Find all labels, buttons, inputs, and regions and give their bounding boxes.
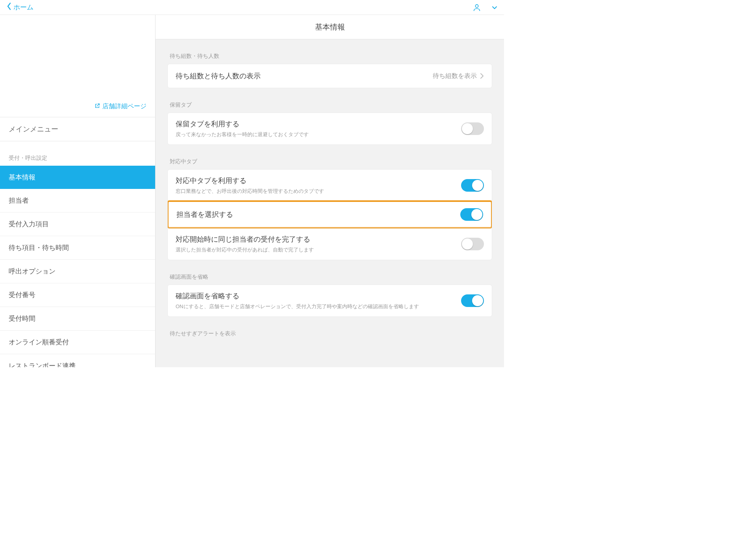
sidebar-item-wait-items[interactable]: 待ち項目・待ち時間 <box>0 236 155 260</box>
row-skip-confirm: 確認画面を省略する ONにすると、店舗モードと店舗オペレーションで、受付入力完了… <box>168 285 492 316</box>
sidebar-group-label: 受付・呼出設定 <box>0 141 155 166</box>
row-title: 待ち組数と待ち人数の表示 <box>176 71 433 81</box>
sidebar-item-label: 呼出オプション <box>9 268 56 275</box>
sidebar-item-label: 受付入力項目 <box>9 220 49 228</box>
row-waiting-display[interactable]: 待ち組数と待ち人数の表示 待ち組数を表示 <box>168 64 492 88</box>
sidebar-main-menu-label: メインメニュー <box>9 125 58 133</box>
section-label-overdue-alert: 待たせすぎアラートを表示 <box>167 317 492 341</box>
toggle-auto-complete[interactable] <box>461 238 484 250</box>
store-link-row: 店舗詳細ページ <box>0 15 155 117</box>
row-use-hold-tab: 保留タブを利用する 戻って来なかったお客様を一時的に退避しておくタブです <box>168 113 492 144</box>
sidebar-item-label: 基本情報 <box>9 174 35 181</box>
svg-point-0 <box>475 4 478 7</box>
row-sub: 戻って来なかったお客様を一時的に退避しておくタブです <box>176 131 461 138</box>
sidebar-item-reception-fields[interactable]: 受付入力項目 <box>0 213 155 236</box>
row-sub: ONにすると、店舗モードと店舗オペレーションで、受付入力完了時や案内時などの確認… <box>176 303 461 310</box>
section-label-skip-confirm: 確認画面を省略 <box>167 260 492 285</box>
chevron-right-icon <box>480 73 484 79</box>
toggle-use-serving-tab[interactable] <box>461 179 484 192</box>
row-title: 対応中タブを利用する <box>176 176 461 185</box>
sidebar: 店舗詳細ページ メインメニュー 受付・呼出設定 基本情報 担当者 受付入力項目 … <box>0 15 156 367</box>
sidebar-item-call-options[interactable]: 呼出オプション <box>0 260 155 283</box>
sidebar-item-online-queue[interactable]: オンライン順番受付 <box>0 331 155 354</box>
sidebar-item-reception-hours[interactable]: 受付時間 <box>0 307 155 331</box>
section-label-waiting: 待ち組数・待ち人数 <box>167 39 492 64</box>
row-title: 担当者を選択する <box>176 210 460 219</box>
main: 基本情報 待ち組数・待ち人数 待ち組数と待ち人数の表示 待ち組数を表示 保留タブ <box>156 15 504 367</box>
highlight-select-staff: 担当者を選択する <box>167 200 492 229</box>
row-select-staff: 担当者を選択する <box>169 202 491 227</box>
row-title: 確認画面を省略する <box>176 291 461 301</box>
sidebar-item-label: 待ち項目・待ち時間 <box>9 244 69 251</box>
sidebar-item-label: オンライン順番受付 <box>9 338 69 346</box>
sidebar-main-menu[interactable]: メインメニュー <box>0 117 155 141</box>
sidebar-item-label: 受付時間 <box>9 315 35 322</box>
toggle-skip-confirm[interactable] <box>461 294 484 307</box>
card-serving: 対応中タブを利用する 窓口業務などで、お呼出後の対応時間を管理するためのタブです… <box>167 169 492 260</box>
toggle-select-staff[interactable] <box>460 208 483 221</box>
chevron-left-icon <box>6 2 12 12</box>
row-value: 待ち組数を表示 <box>433 72 477 80</box>
row-title: 保留タブを利用する <box>176 119 461 129</box>
toggle-use-hold-tab[interactable] <box>461 122 484 135</box>
sidebar-item-staff[interactable]: 担当者 <box>0 189 155 213</box>
top-bar: ホーム <box>0 0 504 15</box>
sidebar-item-basic-info[interactable]: 基本情報 <box>0 166 155 189</box>
sidebar-item-label: レストランボード連携 <box>9 362 76 367</box>
card-skip-confirm: 確認画面を省略する ONにすると、店舗モードと店舗オペレーションで、受付入力完了… <box>167 285 492 317</box>
sidebar-item-reception-number[interactable]: 受付番号 <box>0 283 155 307</box>
card-hold: 保留タブを利用する 戻って来なかったお客様を一時的に退避しておくタブです <box>167 113 492 145</box>
page-title-row: 基本情報 <box>156 15 504 39</box>
page-title: 基本情報 <box>315 22 345 32</box>
store-detail-link-label: 店舗詳細ページ <box>102 102 146 111</box>
row-title: 対応開始時に同じ担当者の受付を完了する <box>176 235 461 244</box>
row-use-serving-tab: 対応中タブを利用する 窓口業務などで、お呼出後の対応時間を管理するためのタブです <box>168 170 492 201</box>
section-label-serving: 対応中タブ <box>167 145 492 169</box>
top-bar-right <box>472 3 498 12</box>
card-waiting: 待ち組数と待ち人数の表示 待ち組数を表示 <box>167 64 492 88</box>
user-icon[interactable] <box>472 3 481 12</box>
sidebar-item-restaurant-board[interactable]: レストランボード連携 <box>0 354 155 367</box>
sidebar-item-label: 担当者 <box>9 197 29 204</box>
sidebar-item-label: 受付番号 <box>9 291 35 299</box>
store-detail-link[interactable]: 店舗詳細ページ <box>94 102 146 111</box>
row-sub: 窓口業務などで、お呼出後の対応時間を管理するためのタブです <box>176 188 461 195</box>
back-button[interactable]: ホーム <box>6 2 33 12</box>
back-label: ホーム <box>13 3 33 12</box>
chevron-down-icon[interactable] <box>491 4 498 11</box>
row-auto-complete: 対応開始時に同じ担当者の受付を完了する 選択した担当者が対応中の受付があれば、自… <box>168 228 492 260</box>
row-sub: 選択した担当者が対応中の受付があれば、自動で完了します <box>176 246 461 253</box>
content: 待ち組数・待ち人数 待ち組数と待ち人数の表示 待ち組数を表示 保留タブ <box>156 39 504 357</box>
external-link-icon <box>94 103 100 110</box>
section-label-hold: 保留タブ <box>167 88 492 113</box>
